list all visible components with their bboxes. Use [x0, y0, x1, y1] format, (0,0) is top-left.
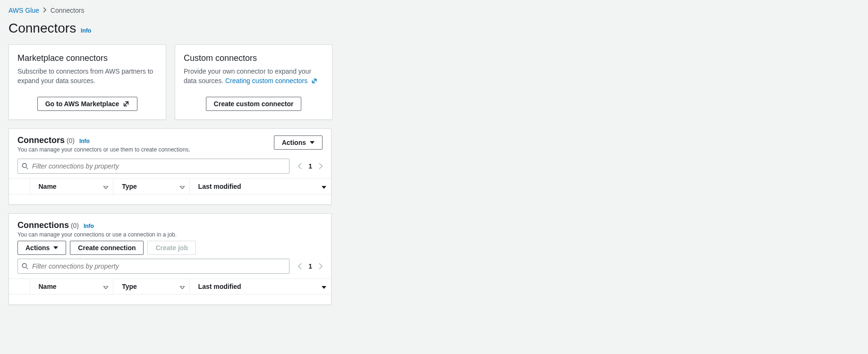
creating-custom-connectors-link[interactable]: Creating custom connectors — [225, 77, 317, 84]
marketplace-card-title: Marketplace connectors — [17, 53, 157, 63]
sort-desc-icon — [322, 283, 326, 290]
sort-icon — [103, 283, 108, 290]
connectors-subtitle: You can manage your connectors or use th… — [17, 146, 190, 153]
connections-search-input[interactable] — [28, 262, 285, 270]
connectors-table-body-empty — [9, 194, 331, 204]
creating-custom-connectors-label: Creating custom connectors — [225, 77, 307, 84]
connections-subtitle: You can manage your connections or use a… — [17, 231, 177, 238]
col-name-label: Name — [39, 183, 57, 190]
external-link-icon — [311, 78, 317, 84]
col-type[interactable]: Type — [113, 279, 189, 295]
connections-actions-label: Actions — [26, 244, 50, 252]
col-type-label: Type — [122, 283, 137, 290]
create-custom-connector-label: Create custom connector — [214, 100, 294, 108]
connectors-search-input[interactable] — [28, 162, 285, 170]
connectors-count: (0) — [67, 137, 75, 144]
create-custom-connector-button[interactable]: Create custom connector — [206, 97, 302, 111]
search-icon — [22, 163, 28, 169]
connectors-title: Connectors — [17, 135, 65, 145]
col-last-modified[interactable]: Last modified — [189, 179, 331, 194]
col-last-modified[interactable]: Last modified — [189, 279, 331, 295]
connectors-search-box[interactable] — [17, 159, 289, 174]
col-name[interactable]: Name — [30, 279, 113, 295]
create-connection-button[interactable]: Create connection — [70, 241, 144, 255]
create-connection-label: Create connection — [78, 244, 136, 252]
connectors-table: Name Type Last modified — [9, 178, 331, 194]
connections-table-body-empty — [9, 294, 331, 304]
connectors-pager: 1 — [298, 162, 323, 170]
search-icon — [22, 263, 28, 270]
sort-icon — [180, 183, 185, 190]
next-page-button[interactable] — [319, 263, 323, 270]
breadcrumb-root-link[interactable]: AWS Glue — [9, 7, 39, 14]
next-page-button[interactable] — [319, 163, 323, 169]
info-link[interactable]: Info — [81, 27, 91, 34]
external-link-icon — [123, 101, 129, 107]
breadcrumb: AWS Glue Connectors — [9, 7, 859, 14]
sort-icon — [180, 283, 185, 290]
go-to-marketplace-label: Go to AWS Marketplace — [45, 100, 119, 108]
sort-icon — [103, 183, 108, 190]
page-title: Connectors — [9, 21, 76, 36]
col-last-modified-label: Last modified — [198, 283, 241, 290]
connections-page-number: 1 — [308, 262, 312, 270]
marketplace-card-desc: Subscribe to connectors from AWS partner… — [17, 67, 157, 85]
select-all-header — [9, 279, 30, 295]
connections-panel: Connections (0) Info You can manage your… — [9, 213, 332, 305]
connections-title: Connections — [17, 220, 69, 230]
col-name-label: Name — [39, 283, 57, 290]
connectors-info-link[interactable]: Info — [79, 138, 90, 144]
connections-table: Name Type Last modified — [9, 278, 331, 294]
connections-info-link[interactable]: Info — [84, 223, 94, 229]
col-name[interactable]: Name — [30, 179, 113, 194]
svg-point-0 — [22, 164, 26, 168]
connectors-page-number: 1 — [308, 162, 312, 170]
custom-card-desc: Provide your own connector to expand you… — [184, 67, 323, 85]
custom-card-title: Custom connectors — [184, 53, 323, 63]
col-last-modified-label: Last modified — [198, 183, 241, 190]
caret-down-icon — [310, 141, 315, 144]
prev-page-button[interactable] — [298, 263, 302, 270]
col-type-label: Type — [122, 183, 137, 190]
sort-desc-icon — [322, 183, 326, 190]
page-header: Connectors Info — [9, 21, 859, 36]
col-type[interactable]: Type — [113, 179, 189, 194]
create-job-button: Create job — [147, 241, 196, 255]
go-to-marketplace-button[interactable]: Go to AWS Marketplace — [37, 97, 138, 111]
connectors-actions-label: Actions — [282, 139, 306, 146]
chevron-right-icon — [43, 7, 47, 14]
connections-pager: 1 — [298, 262, 323, 270]
custom-card: Custom connectors Provide your own conne… — [175, 44, 332, 120]
cards-row: Marketplace connectors Subscribe to conn… — [9, 44, 859, 120]
marketplace-card: Marketplace connectors Subscribe to conn… — [9, 44, 166, 120]
breadcrumb-current: Connectors — [51, 7, 85, 14]
svg-point-1 — [22, 264, 26, 268]
connectors-panel: Connectors (0) Info You can manage your … — [9, 128, 332, 205]
caret-down-icon — [53, 246, 58, 249]
create-job-label: Create job — [155, 244, 187, 252]
select-all-header — [9, 179, 30, 194]
prev-page-button[interactable] — [298, 163, 302, 169]
connectors-actions-button[interactable]: Actions — [274, 135, 323, 150]
connections-search-box[interactable] — [17, 259, 289, 274]
connections-count: (0) — [71, 222, 79, 229]
connections-actions-button[interactable]: Actions — [17, 241, 66, 255]
